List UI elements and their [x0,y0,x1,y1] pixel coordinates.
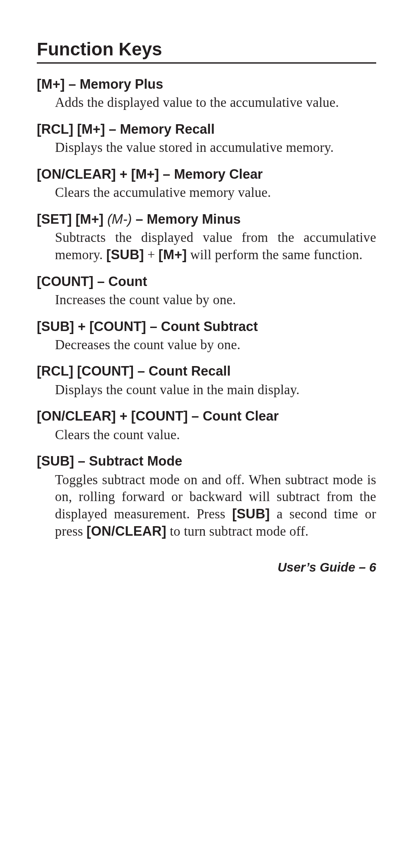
entry: [SUB] + [COUNT] – Count SubtractDecrease… [37,318,376,354]
desc-text: to turn subtract mode off. [166,524,309,539]
entry-title: Subtract Mode [89,453,182,469]
entry-separator: – [146,319,161,334]
entry-description: Increases the count value by one. [55,291,376,309]
entry-heading: [SET] [M+] (M-) – Memory Minus [37,211,376,228]
page: Function Keys [M+] – Memory PlusAdds the… [0,0,413,601]
desc-text: Increases the count value by one. [55,292,236,307]
entry-title: Count Recall [148,363,230,379]
key-label: [SUB] [106,247,144,262]
key-label: [M+] [158,247,187,262]
entry-heading: [SUB] – Subtract Mode [37,453,376,470]
entry-separator: – [65,77,80,92]
entry-description: Adds the displayed value to the accumula… [55,94,376,111]
entry-keys: [SUB] [37,453,74,469]
desc-text: + [144,247,159,262]
entry-separator: – [105,122,120,137]
entry-title: Count Subtract [161,319,258,334]
entry-description: Toggles subtract mode on and off. When s… [55,471,376,540]
desc-text: will perform the same function. [187,247,362,262]
entry-heading: [ON/CLEAR] + [COUNT] – Count Clear [37,408,376,425]
entry-title: Memory Minus [147,212,241,227]
entry-keys: [COUNT] [37,274,94,289]
entry-heading: [SUB] + [COUNT] – Count Subtract [37,318,376,335]
entry-separator: – [134,363,148,379]
entry-keys: [SUB] + [COUNT] [37,319,146,334]
entry-heading: [COUNT] – Count [37,273,376,290]
entry: [SUB] – Subtract ModeToggles subtract mo… [37,453,376,540]
entry: [ON/CLEAR] + [M+] – Memory ClearClears t… [37,166,376,201]
entry-description: Displays the value stored in accumulativ… [55,139,376,156]
entry-description: Decreases the count value by one. [55,336,376,354]
entry: [RCL] [COUNT] – Count RecallDisplays the… [37,363,376,398]
entry-description: Clears the count value. [55,426,376,444]
desc-text: Displays the count value in the main dis… [55,382,300,397]
desc-text: Clears the count value. [55,427,180,442]
desc-text: Adds the displayed value to the accumula… [55,95,339,110]
entry-keys: [SET] [M+] [37,212,103,227]
entry: [M+] – Memory PlusAdds the displayed val… [37,76,376,111]
entry: [RCL] [M+] – Memory RecallDisplays the v… [37,121,376,156]
entry-alt-label: (M-) [103,212,136,227]
entry-keys: [RCL] [M+] [37,122,105,137]
entry-title: Memory Recall [120,122,215,137]
entry-description: Subtracts the displayed value from the a… [55,229,376,263]
entry-keys: [ON/CLEAR] + [M+] [37,167,159,182]
entry-title: Memory Plus [80,77,163,92]
desc-text: Decreases the count value by one. [55,337,240,352]
entry-keys: [ON/CLEAR] + [COUNT] [37,408,188,424]
entry-description: Displays the count value in the main dis… [55,381,376,399]
entry: [SET] [M+] (M-) – Memory MinusSubtracts … [37,211,376,264]
key-label: [SUB] [232,506,270,521]
page-footer: User’s Guide – 6 [37,560,376,575]
desc-text: Clears the accumulative memory value. [55,185,271,200]
entry-title: Count [108,274,147,289]
entry-title: Count Clear [203,408,279,424]
entry: [COUNT] – CountIncreases the count value… [37,273,376,309]
entry-title: Memory Clear [174,167,263,182]
entry-separator: – [136,212,147,227]
section-title: Function Keys [37,39,376,64]
entry-heading: [RCL] [COUNT] – Count Recall [37,363,376,380]
entries-list: [M+] – Memory PlusAdds the displayed val… [37,76,376,540]
entry-heading: [ON/CLEAR] + [M+] – Memory Clear [37,166,376,183]
key-label: [ON/CLEAR] [87,524,167,539]
entry-separator: – [159,167,174,182]
entry-keys: [M+] [37,77,65,92]
entry-heading: [RCL] [M+] – Memory Recall [37,121,376,138]
entry-separator: – [74,453,89,469]
desc-text: Displays the value stored in accumulativ… [55,140,334,155]
entry: [ON/CLEAR] + [COUNT] – Count ClearClears… [37,408,376,443]
entry-keys: [RCL] [COUNT] [37,363,134,379]
entry-heading: [M+] – Memory Plus [37,76,376,93]
entry-description: Clears the accumulative memory value. [55,184,376,201]
entry-separator: – [188,408,203,424]
entry-separator: – [94,274,108,289]
